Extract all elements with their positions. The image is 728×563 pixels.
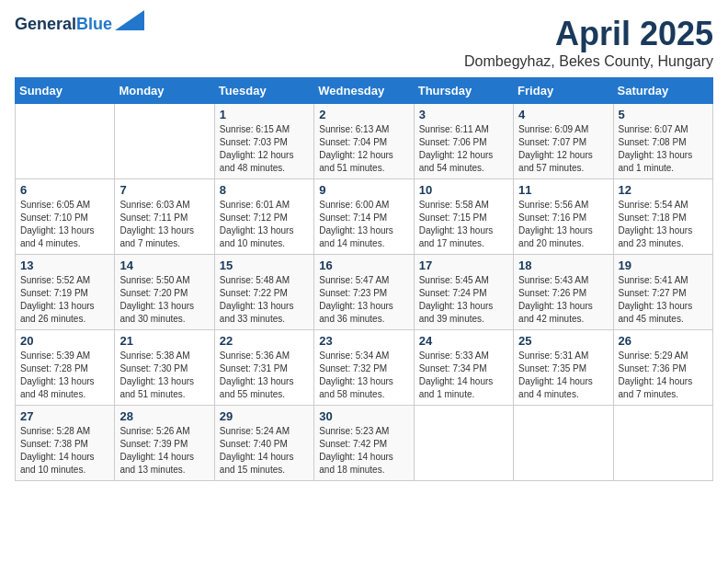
day-number: 22 [220, 334, 309, 348]
day-number: 4 [518, 108, 608, 121]
day-number: 26 [619, 334, 708, 348]
day-detail: Sunrise: 5:58 AM Sunset: 7:15 PM Dayligh… [419, 199, 508, 250]
calendar-cell [115, 104, 214, 179]
calendar-cell: 28Sunrise: 5:26 AM Sunset: 7:39 PM Dayli… [115, 406, 214, 481]
day-detail: Sunrise: 5:41 AM Sunset: 7:27 PM Dayligh… [619, 274, 708, 326]
day-header-monday: Monday [115, 78, 214, 104]
day-number: 29 [220, 409, 309, 423]
day-number: 24 [419, 334, 508, 348]
calendar-week-row: 13Sunrise: 5:52 AM Sunset: 7:19 PM Dayli… [16, 255, 713, 330]
calendar-cell: 14Sunrise: 5:50 AM Sunset: 7:20 PM Dayli… [115, 255, 214, 330]
day-detail: Sunrise: 5:34 AM Sunset: 7:32 PM Dayligh… [319, 350, 408, 401]
day-header-thursday: Thursday [414, 78, 513, 104]
calendar-cell: 25Sunrise: 5:31 AM Sunset: 7:35 PM Dayli… [514, 330, 613, 406]
calendar-cell: 12Sunrise: 5:54 AM Sunset: 7:18 PM Dayli… [613, 179, 712, 255]
calendar-week-row: 1Sunrise: 6:15 AM Sunset: 7:03 PM Daylig… [16, 104, 713, 179]
calendar-cell [613, 406, 712, 481]
day-number: 15 [220, 259, 309, 272]
calendar-cell: 8Sunrise: 6:01 AM Sunset: 7:12 PM Daylig… [214, 179, 313, 255]
calendar-header-row: SundayMondayTuesdayWednesdayThursdayFrid… [16, 78, 713, 104]
day-detail: Sunrise: 5:28 AM Sunset: 7:38 PM Dayligh… [20, 425, 109, 477]
day-detail: Sunrise: 5:26 AM Sunset: 7:39 PM Dayligh… [119, 425, 209, 477]
logo-blue: Blue [76, 15, 112, 33]
day-number: 14 [119, 259, 209, 272]
day-header-saturday: Saturday [613, 78, 712, 104]
calendar-cell [514, 406, 613, 481]
day-number: 23 [319, 334, 408, 348]
day-detail: Sunrise: 5:45 AM Sunset: 7:24 PM Dayligh… [419, 274, 508, 326]
calendar-body: 1Sunrise: 6:15 AM Sunset: 7:03 PM Daylig… [16, 104, 713, 481]
logo-text: GeneralBlue [15, 15, 112, 34]
day-detail: Sunrise: 6:13 AM Sunset: 7:04 PM Dayligh… [319, 123, 408, 175]
day-number: 8 [220, 183, 309, 197]
day-detail: Sunrise: 5:52 AM Sunset: 7:19 PM Dayligh… [20, 274, 109, 326]
title-area: April 2025 Dombegyhaz, Bekes County, Hun… [464, 15, 713, 70]
calendar-cell: 17Sunrise: 5:45 AM Sunset: 7:24 PM Dayli… [414, 255, 513, 330]
calendar-cell: 26Sunrise: 5:29 AM Sunset: 7:36 PM Dayli… [613, 330, 712, 406]
day-number: 27 [20, 409, 109, 423]
day-number: 18 [518, 259, 608, 272]
day-number: 9 [319, 183, 408, 197]
day-detail: Sunrise: 5:31 AM Sunset: 7:35 PM Dayligh… [518, 350, 608, 401]
day-number: 20 [20, 334, 109, 348]
calendar-cell: 11Sunrise: 5:56 AM Sunset: 7:16 PM Dayli… [514, 179, 613, 255]
day-number: 17 [419, 259, 508, 272]
day-number: 16 [319, 259, 408, 272]
day-detail: Sunrise: 5:29 AM Sunset: 7:36 PM Dayligh… [619, 350, 708, 401]
calendar-cell: 22Sunrise: 5:36 AM Sunset: 7:31 PM Dayli… [214, 330, 313, 406]
day-number: 30 [319, 409, 408, 423]
calendar-cell: 3Sunrise: 6:11 AM Sunset: 7:06 PM Daylig… [414, 104, 513, 179]
day-detail: Sunrise: 5:48 AM Sunset: 7:22 PM Dayligh… [220, 274, 309, 326]
calendar-week-row: 27Sunrise: 5:28 AM Sunset: 7:38 PM Dayli… [16, 406, 713, 481]
calendar-cell: 4Sunrise: 6:09 AM Sunset: 7:07 PM Daylig… [514, 104, 613, 179]
calendar-table: SundayMondayTuesdayWednesdayThursdayFrid… [15, 77, 713, 481]
svg-marker-0 [115, 10, 144, 30]
month-title: April 2025 [464, 15, 713, 53]
header: GeneralBlue April 2025 Dombegyhaz, Bekes… [15, 15, 713, 70]
day-number: 2 [319, 108, 408, 121]
calendar-cell: 5Sunrise: 6:07 AM Sunset: 7:08 PM Daylig… [613, 104, 712, 179]
calendar-cell: 23Sunrise: 5:34 AM Sunset: 7:32 PM Dayli… [314, 330, 414, 406]
location-title: Dombegyhaz, Bekes County, Hungary [464, 53, 713, 70]
calendar-cell: 19Sunrise: 5:41 AM Sunset: 7:27 PM Dayli… [613, 255, 712, 330]
day-detail: Sunrise: 5:47 AM Sunset: 7:23 PM Dayligh… [319, 274, 408, 326]
calendar-cell: 30Sunrise: 5:23 AM Sunset: 7:42 PM Dayli… [314, 406, 414, 481]
day-detail: Sunrise: 5:33 AM Sunset: 7:34 PM Dayligh… [419, 350, 508, 401]
day-detail: Sunrise: 5:54 AM Sunset: 7:18 PM Dayligh… [619, 199, 708, 250]
calendar-cell: 24Sunrise: 5:33 AM Sunset: 7:34 PM Dayli… [414, 330, 513, 406]
day-detail: Sunrise: 5:38 AM Sunset: 7:30 PM Dayligh… [119, 350, 209, 401]
day-detail: Sunrise: 5:50 AM Sunset: 7:20 PM Dayligh… [119, 274, 209, 326]
calendar-cell: 16Sunrise: 5:47 AM Sunset: 7:23 PM Dayli… [314, 255, 414, 330]
day-header-sunday: Sunday [16, 78, 115, 104]
day-detail: Sunrise: 6:03 AM Sunset: 7:11 PM Dayligh… [119, 199, 209, 250]
calendar-cell: 10Sunrise: 5:58 AM Sunset: 7:15 PM Dayli… [414, 179, 513, 255]
day-detail: Sunrise: 6:01 AM Sunset: 7:12 PM Dayligh… [220, 199, 309, 250]
day-detail: Sunrise: 6:15 AM Sunset: 7:03 PM Dayligh… [220, 123, 309, 175]
day-number: 21 [119, 334, 209, 348]
day-number: 25 [518, 334, 608, 348]
day-detail: Sunrise: 5:39 AM Sunset: 7:28 PM Dayligh… [20, 350, 109, 401]
day-number: 3 [419, 108, 508, 121]
calendar-cell: 27Sunrise: 5:28 AM Sunset: 7:38 PM Dayli… [16, 406, 115, 481]
day-number: 19 [619, 259, 708, 272]
day-number: 13 [20, 259, 109, 272]
calendar-cell: 20Sunrise: 5:39 AM Sunset: 7:28 PM Dayli… [16, 330, 115, 406]
day-number: 10 [419, 183, 508, 197]
day-detail: Sunrise: 6:00 AM Sunset: 7:14 PM Dayligh… [319, 199, 408, 250]
calendar-cell: 9Sunrise: 6:00 AM Sunset: 7:14 PM Daylig… [314, 179, 414, 255]
calendar-cell: 21Sunrise: 5:38 AM Sunset: 7:30 PM Dayli… [115, 330, 214, 406]
day-detail: Sunrise: 5:23 AM Sunset: 7:42 PM Dayligh… [319, 425, 408, 477]
day-header-friday: Friday [514, 78, 613, 104]
day-number: 28 [119, 409, 209, 423]
day-detail: Sunrise: 6:07 AM Sunset: 7:08 PM Dayligh… [619, 123, 708, 175]
calendar-cell: 6Sunrise: 6:05 AM Sunset: 7:10 PM Daylig… [16, 179, 115, 255]
day-detail: Sunrise: 5:24 AM Sunset: 7:40 PM Dayligh… [220, 425, 309, 477]
calendar-cell: 2Sunrise: 6:13 AM Sunset: 7:04 PM Daylig… [314, 104, 414, 179]
day-number: 12 [619, 183, 708, 197]
calendar-cell [16, 104, 115, 179]
calendar-cell: 1Sunrise: 6:15 AM Sunset: 7:03 PM Daylig… [214, 104, 313, 179]
calendar-week-row: 20Sunrise: 5:39 AM Sunset: 7:28 PM Dayli… [16, 330, 713, 406]
day-number: 5 [619, 108, 708, 121]
calendar-cell: 7Sunrise: 6:03 AM Sunset: 7:11 PM Daylig… [115, 179, 214, 255]
calendar-cell: 15Sunrise: 5:48 AM Sunset: 7:22 PM Dayli… [214, 255, 313, 330]
